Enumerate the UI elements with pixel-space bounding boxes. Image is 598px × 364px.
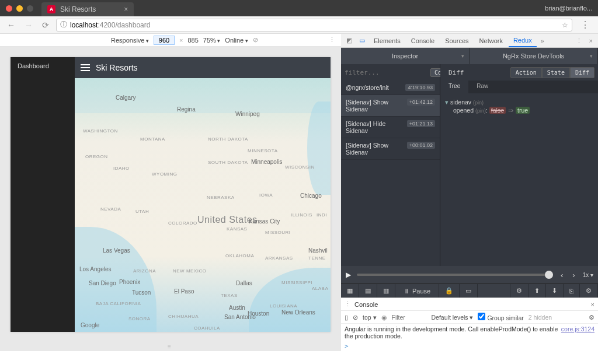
resize-handle[interactable]: ≡ bbox=[0, 342, 341, 351]
map-label: BAJA CALIFORNIA bbox=[96, 301, 141, 306]
map-label: Tucson bbox=[132, 289, 151, 296]
context-dropdown[interactable]: top ▾ bbox=[363, 314, 377, 321]
seg-state[interactable]: State bbox=[542, 67, 570, 78]
devtools-close-icon[interactable]: × bbox=[586, 36, 596, 46]
map-label: NEW MEXICO bbox=[173, 268, 206, 274]
action-item[interactable]: [Sidenav] Show Sidenav+01:42.12 bbox=[341, 95, 440, 117]
map-label: New Orleans bbox=[281, 309, 315, 316]
slider-track[interactable] bbox=[357, 274, 553, 276]
map-label: MONTANA bbox=[140, 136, 165, 142]
map-label: MISSOURI bbox=[265, 230, 291, 235]
clear-console-icon[interactable]: ⊘ bbox=[353, 314, 358, 321]
network-dropdown[interactable]: Online bbox=[225, 37, 248, 44]
prev-icon[interactable]: ‹ bbox=[559, 271, 565, 279]
lock-icon[interactable]: 🔒 bbox=[439, 284, 460, 298]
layout-2-icon[interactable]: ▤ bbox=[359, 284, 377, 298]
devtools-menu-icon[interactable]: ⋮ bbox=[573, 36, 585, 46]
upload-icon[interactable]: ⬆ bbox=[529, 284, 546, 298]
window-controls[interactable] bbox=[6, 5, 33, 12]
map-label: Regina bbox=[177, 106, 196, 113]
hidden-count[interactable]: 2 hidden bbox=[529, 314, 552, 321]
reload-button[interactable]: ⟳ bbox=[40, 19, 51, 31]
import-icon[interactable]: ⎘ bbox=[564, 284, 580, 298]
next-icon[interactable]: › bbox=[571, 271, 576, 279]
map-label: ARIZONA bbox=[133, 268, 156, 274]
map-label: ARKANSAS bbox=[265, 256, 293, 261]
pause-button[interactable]: ⏸ Pause bbox=[395, 284, 439, 298]
console-source-link[interactable]: core.js:3124 bbox=[561, 326, 594, 340]
group-similar-checkbox[interactable]: Group similar bbox=[478, 313, 523, 321]
subtab-tree[interactable]: Tree bbox=[440, 80, 468, 93]
device-toolbar: Responsive × 885 75% Online ⊘ ⋮ bbox=[0, 34, 341, 47]
info-icon[interactable]: ⓘ bbox=[60, 20, 67, 30]
action-item[interactable]: @ngrx/store/init4:19:10.93 bbox=[341, 80, 440, 95]
map-label: San Diego bbox=[89, 280, 116, 286]
app-preview: Dashboard Ski Resorts United States Goog… bbox=[11, 57, 331, 332]
layout-3-icon[interactable]: ▥ bbox=[377, 284, 395, 298]
store-dropdown[interactable]: NgRx Store DevTools▾ bbox=[470, 48, 598, 64]
device-more-icon[interactable]: ⋮ bbox=[329, 36, 335, 44]
devtools-tabs: ◩ ▭ Elements Console Sources Network Red… bbox=[341, 34, 598, 48]
filter-input[interactable] bbox=[345, 69, 430, 76]
map-label: WISCONSIN bbox=[285, 164, 315, 170]
url-bar[interactable]: ⓘ localhost:4200/dashboard ☆ bbox=[56, 19, 572, 32]
action-item[interactable]: [Sidenav] Show Sidenav+00:01.02 bbox=[341, 138, 440, 160]
console-filter-input[interactable] bbox=[392, 314, 427, 321]
map[interactable]: United States Google CalgaryReginaWinnip… bbox=[75, 78, 331, 332]
map-label: Minneapolis bbox=[251, 159, 282, 165]
console-prompt[interactable]: > bbox=[341, 341, 598, 351]
tab-title: Ski Resorts bbox=[60, 5, 96, 13]
forward-button[interactable]: → bbox=[22, 19, 35, 31]
device-dropdown[interactable]: Responsive bbox=[111, 37, 149, 44]
seg-action[interactable]: Action bbox=[510, 67, 542, 78]
layout-1-icon[interactable]: ▦ bbox=[341, 284, 359, 298]
height-input[interactable]: 885 bbox=[187, 37, 198, 44]
rotate-icon[interactable]: ⊘ bbox=[253, 36, 258, 44]
browser-navbar: ← → ⟳ ⓘ localhost:4200/dashboard ☆ ⋮ bbox=[0, 16, 598, 34]
tab-network[interactable]: Network bbox=[475, 35, 507, 47]
device-mode-icon[interactable]: ▭ bbox=[356, 36, 368, 46]
map-label: Phoenix bbox=[119, 279, 140, 285]
map-label: ALABA bbox=[312, 286, 328, 291]
download-icon[interactable]: ⬇ bbox=[546, 284, 564, 298]
play-icon[interactable]: ▶ bbox=[346, 271, 351, 279]
slider-thumb[interactable] bbox=[545, 271, 553, 279]
settings-icon[interactable]: ⚙ bbox=[580, 284, 598, 298]
more-tabs-icon[interactable]: » bbox=[538, 36, 547, 46]
tab-console[interactable]: Console bbox=[406, 35, 439, 47]
sidebar-toggle-icon[interactable]: ▯ bbox=[345, 314, 348, 321]
seg-diff[interactable]: Diff bbox=[570, 67, 594, 78]
inspect-icon[interactable]: ◩ bbox=[343, 36, 355, 46]
subtab-raw[interactable]: Raw bbox=[468, 80, 496, 93]
close-icon[interactable]: × bbox=[124, 5, 128, 13]
map-label: Chicago bbox=[300, 192, 322, 199]
browser-tab[interactable]: A Ski Resorts × bbox=[41, 2, 134, 16]
levels-dropdown[interactable]: Default levels ▾ bbox=[432, 314, 474, 321]
tab-redux[interactable]: Redux bbox=[509, 34, 537, 47]
console-settings-icon[interactable]: ⚙ bbox=[589, 314, 594, 321]
map-label: Calgary bbox=[116, 94, 135, 101]
browser-menu-icon[interactable]: ⋮ bbox=[577, 19, 593, 30]
map-label: IDAHO bbox=[113, 166, 130, 171]
dispatch-icon[interactable]: ⚙ bbox=[510, 284, 529, 298]
map-label: Winnipeg bbox=[235, 111, 260, 117]
speed-dropdown[interactable]: 1x ▾ bbox=[583, 272, 593, 278]
console-close-icon[interactable]: × bbox=[591, 301, 594, 308]
inspector-dropdown[interactable]: Inspector▾ bbox=[341, 48, 470, 64]
map-label: SOUTH DAKOTA bbox=[208, 160, 248, 165]
tab-sources[interactable]: Sources bbox=[440, 35, 473, 47]
map-label: OREGON bbox=[85, 154, 108, 159]
bookmark-icon[interactable]: ☆ bbox=[562, 21, 568, 29]
width-input[interactable] bbox=[154, 36, 175, 45]
map-label: KANSAS bbox=[227, 226, 247, 232]
map-label: Kansas City bbox=[249, 218, 280, 225]
map-label: Austin bbox=[229, 304, 245, 311]
persist-icon[interactable]: ▭ bbox=[460, 284, 478, 298]
action-item[interactable]: [Sidenav] Hide Sidenav+01:21.13 bbox=[341, 117, 440, 138]
zoom-dropdown[interactable]: 75% bbox=[203, 37, 221, 44]
console-menu-icon[interactable]: ⋮ bbox=[345, 300, 351, 308]
back-button[interactable]: ← bbox=[5, 19, 18, 31]
hamburger-icon[interactable] bbox=[81, 64, 90, 71]
tab-elements[interactable]: Elements bbox=[369, 35, 405, 47]
sidebar-item-dashboard[interactable]: Dashboard bbox=[11, 57, 75, 75]
